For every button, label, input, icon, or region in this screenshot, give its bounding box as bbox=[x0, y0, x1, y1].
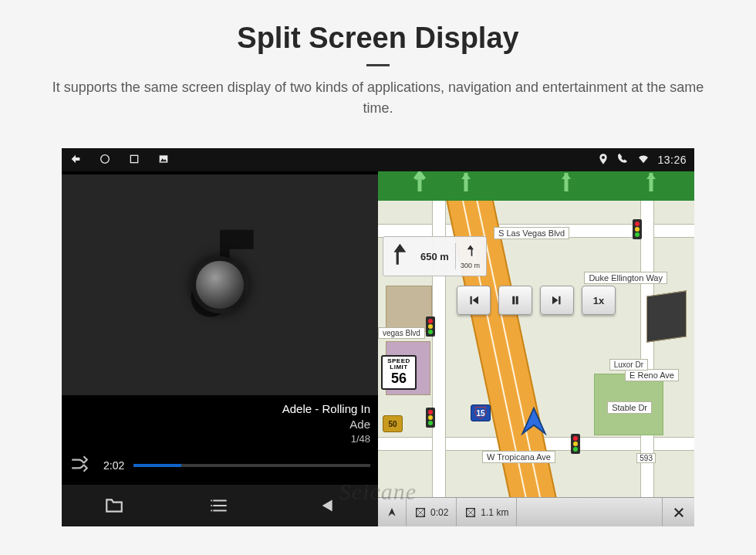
route-playback-controls: 1x bbox=[457, 286, 616, 315]
lane-arrow-icon bbox=[640, 171, 662, 201]
title-divider bbox=[366, 64, 390, 66]
sim-pause-button[interactable] bbox=[498, 286, 532, 315]
next-turn-distance: 300 m bbox=[461, 262, 480, 269]
home-icon[interactable] bbox=[99, 153, 111, 168]
joystick-control[interactable] bbox=[191, 256, 248, 313]
street-label: W Tropicana Ave bbox=[482, 451, 555, 463]
turn-distance: 650 m bbox=[420, 251, 449, 262]
traffic-light-icon bbox=[571, 434, 580, 454]
svg-point-0 bbox=[101, 154, 110, 163]
eta-display: 0:02 bbox=[407, 498, 457, 526]
street-label: Stable Dr bbox=[607, 401, 652, 414]
music-pane: Adele - Rolling In Ade 1/48 2:02 bbox=[62, 148, 378, 526]
turn-instruction-panel: 650 m 300 m bbox=[383, 236, 487, 276]
lane-arrow-icon bbox=[455, 171, 477, 201]
location-icon bbox=[597, 153, 609, 168]
turn-left-icon bbox=[386, 240, 416, 272]
street-label: E Reno Ave bbox=[625, 369, 679, 381]
page-title: Split Screen Display bbox=[31, 22, 725, 55]
svg-point-4 bbox=[211, 499, 212, 501]
route-shield-15: 15 bbox=[471, 404, 491, 421]
sim-prev-button[interactable] bbox=[457, 286, 491, 315]
street-label: 593 bbox=[636, 453, 656, 463]
wifi-icon bbox=[637, 153, 650, 168]
traffic-light-icon bbox=[426, 316, 435, 337]
street-label: vegas Blvd bbox=[378, 327, 425, 339]
svg-rect-1 bbox=[130, 155, 137, 162]
elapsed-time: 2:02 bbox=[103, 459, 124, 472]
sim-speed-button[interactable]: 1x bbox=[582, 286, 616, 315]
android-status-bar: 13:26 bbox=[62, 148, 694, 171]
phone-icon bbox=[617, 153, 629, 168]
vehicle-cursor-icon bbox=[517, 405, 551, 439]
navigation-pane: S Las Vegas Blvd Duke Ellington Way E Re… bbox=[378, 148, 694, 526]
svg-point-5 bbox=[211, 505, 212, 506]
lane-arrow-icon bbox=[409, 171, 430, 201]
route-shield-50: 50 bbox=[383, 415, 403, 432]
street-label: S Las Vegas Blvd bbox=[494, 227, 569, 239]
distance-display: 1.1 km bbox=[457, 498, 517, 526]
lane-guidance-bar bbox=[378, 171, 694, 201]
recent-icon[interactable] bbox=[128, 153, 140, 168]
track-counter: 1/48 bbox=[69, 432, 370, 446]
page-subtitle: It supports the same screen display of t… bbox=[39, 77, 717, 119]
building-poi bbox=[646, 290, 687, 342]
folder-button[interactable] bbox=[62, 496, 167, 516]
map-canvas[interactable]: S Las Vegas Blvd Duke Ellington Way E Re… bbox=[378, 201, 694, 497]
back-icon[interactable] bbox=[69, 153, 82, 168]
close-button[interactable] bbox=[662, 498, 694, 526]
lane-arrow-icon bbox=[555, 171, 577, 201]
progress-bar[interactable] bbox=[133, 464, 370, 467]
traffic-light-icon bbox=[426, 408, 435, 428]
building-poi bbox=[386, 286, 432, 332]
nav-bottom-bar: 0:02 1.1 km bbox=[378, 497, 694, 526]
previous-button[interactable] bbox=[272, 496, 378, 516]
speed-limit-sign: SPEED LIMIT 56 bbox=[381, 355, 417, 390]
album-art-area bbox=[62, 174, 378, 395]
device-screen: 13:26 Adele - Rolling In Ade 1/48 2:02 bbox=[62, 148, 694, 526]
track-artist: Ade bbox=[69, 417, 370, 432]
traffic-light-icon bbox=[633, 219, 642, 239]
track-title: Adele - Rolling In bbox=[69, 401, 370, 417]
street-label: Luxor Dr bbox=[609, 359, 648, 371]
playlist-button[interactable] bbox=[167, 496, 273, 516]
svg-point-6 bbox=[211, 509, 212, 511]
turn-right-icon bbox=[462, 243, 478, 262]
clock-time: 13:26 bbox=[657, 154, 687, 166]
recenter-button[interactable] bbox=[378, 498, 407, 526]
picture-icon[interactable] bbox=[157, 153, 170, 168]
shuffle-icon[interactable] bbox=[69, 454, 89, 477]
street-label: Duke Ellington Way bbox=[584, 272, 667, 284]
sim-next-button[interactable] bbox=[540, 286, 574, 315]
